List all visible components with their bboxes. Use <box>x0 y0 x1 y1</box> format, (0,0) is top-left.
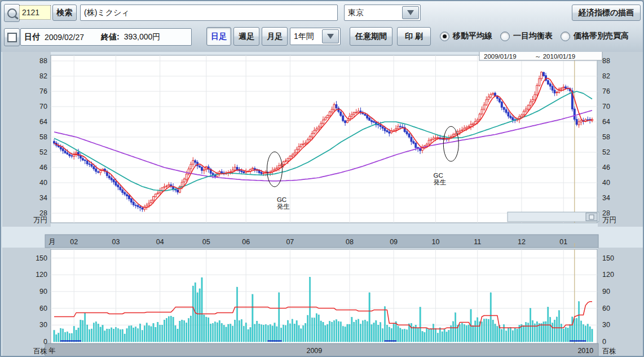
radio-moving-average-label: 移動平均線 <box>453 31 492 41</box>
svg-text:40: 40 <box>39 179 47 187</box>
svg-text:34: 34 <box>39 194 47 202</box>
date-range-box: 2009/01/19～ 2010/01/19 <box>479 52 602 60</box>
chart-canvas[interactable]: GC発生GC発生2009/01/19～ 2010/01/198888828276… <box>1 52 643 356</box>
svg-text:120: 120 <box>602 271 614 279</box>
range-selected-value: 1年間 <box>294 32 314 42</box>
quote-info-panel: 日付 2009/02/27 終値: 393,000円 <box>20 28 192 46</box>
svg-text:40: 40 <box>602 179 610 187</box>
svg-text:発生: 発生 <box>434 179 447 186</box>
svg-text:発生: 発生 <box>277 203 290 210</box>
company-name-field[interactable] <box>80 5 338 21</box>
stock-chart-window: 検索 東京 経済指標の描画 日付 2009/02/27 終値: 393,000円… <box>0 0 644 357</box>
svg-text:46: 46 <box>602 164 610 171</box>
svg-text:150: 150 <box>602 254 614 262</box>
svg-text:06: 06 <box>242 238 250 246</box>
period-weekly-button[interactable]: 週足 <box>233 27 259 46</box>
svg-text:0: 0 <box>602 338 606 346</box>
svg-text:64: 64 <box>39 118 47 126</box>
chart-scrollbar[interactable] <box>508 212 599 222</box>
svg-text:02: 02 <box>70 238 78 246</box>
svg-text:58: 58 <box>39 133 47 141</box>
search-icon-button[interactable] <box>4 4 20 22</box>
chart-area[interactable]: GC発生GC発生2009/01/19～ 2010/01/198888828276… <box>1 52 643 356</box>
svg-text:04: 04 <box>156 238 164 246</box>
chevron-down-icon <box>407 10 414 15</box>
svg-text:52: 52 <box>39 148 47 156</box>
radio-price-band-volume[interactable] <box>561 32 570 41</box>
close-value: 393,000円 <box>124 32 161 42</box>
window-mode-button[interactable] <box>4 28 20 46</box>
svg-text:2009: 2009 <box>306 347 322 355</box>
svg-text:76: 76 <box>602 87 610 95</box>
svg-text:60: 60 <box>39 305 47 312</box>
svg-text:34: 34 <box>602 194 610 202</box>
svg-text:0: 0 <box>43 338 47 346</box>
svg-text:90: 90 <box>39 288 47 296</box>
market-selected-value: 東京 <box>348 8 364 18</box>
radio-moving-average[interactable] <box>440 32 449 41</box>
svg-text:90: 90 <box>602 288 610 296</box>
svg-text:10: 10 <box>431 238 439 246</box>
svg-text:年: 年 <box>48 347 56 355</box>
svg-text:82: 82 <box>39 72 47 80</box>
svg-text:03: 03 <box>112 238 120 246</box>
svg-text:88: 88 <box>602 57 610 65</box>
print-button[interactable]: 印 刷 <box>397 27 431 46</box>
svg-text:GC: GC <box>434 172 443 179</box>
svg-text:12: 12 <box>518 238 526 246</box>
svg-text:百株: 百株 <box>602 347 616 355</box>
svg-text:30: 30 <box>602 321 610 329</box>
svg-text:82: 82 <box>602 72 610 80</box>
close-label: 終値: <box>101 32 120 42</box>
stock-code-input[interactable] <box>19 5 51 20</box>
radio-ichimoku-label: 一目均衡表 <box>513 31 553 41</box>
svg-text:2009/01/19: 2009/01/19 <box>484 53 517 60</box>
svg-text:70: 70 <box>39 103 47 111</box>
square-icon <box>7 33 17 42</box>
chart-background <box>1 52 643 356</box>
svg-text:30: 30 <box>39 321 47 329</box>
svg-text:～ 2010/01/19: ～ 2010/01/19 <box>535 53 575 60</box>
svg-text:百株: 百株 <box>33 347 47 355</box>
date-value: 2009/02/27 <box>45 33 84 42</box>
svg-text:11: 11 <box>474 238 481 246</box>
svg-text:52: 52 <box>602 148 610 156</box>
svg-text:64: 64 <box>602 118 610 126</box>
svg-text:月: 月 <box>48 238 56 246</box>
market-select[interactable]: 東京 <box>344 5 421 21</box>
svg-text:万円: 万円 <box>602 216 616 224</box>
custom-period-button[interactable]: 任意期間 <box>350 27 392 46</box>
svg-text:万円: 万円 <box>33 216 47 224</box>
range-select[interactable]: 1年間 <box>290 28 341 45</box>
svg-text:120: 120 <box>36 271 47 279</box>
svg-text:08: 08 <box>346 238 354 246</box>
period-monthly-button[interactable]: 月足 <box>262 27 288 46</box>
toolbar: 検索 東京 経済指標の描画 日付 2009/02/27 終値: 393,000円… <box>1 1 643 52</box>
period-daily-button[interactable]: 日足 <box>206 27 231 46</box>
market-dropdown-button[interactable] <box>402 6 419 19</box>
svg-text:GC: GC <box>277 196 286 203</box>
svg-text:05: 05 <box>202 238 210 246</box>
svg-text:46: 46 <box>39 164 47 171</box>
svg-text:70: 70 <box>602 103 610 111</box>
svg-text:88: 88 <box>39 57 47 65</box>
svg-text:76: 76 <box>39 87 47 95</box>
range-dropdown-button[interactable] <box>322 29 339 43</box>
svg-text:58: 58 <box>602 133 610 141</box>
svg-text:2010: 2010 <box>577 347 593 355</box>
radio-ichimoku[interactable] <box>500 32 510 41</box>
overlay-radio-group: 移動平均線 一目均衡表 価格帯別売買高 <box>440 31 629 41</box>
company-name-input[interactable] <box>84 8 334 17</box>
search-icon <box>7 8 17 18</box>
chevron-down-icon <box>327 34 334 39</box>
svg-text:150: 150 <box>36 254 47 262</box>
date-label: 日付 <box>24 32 40 42</box>
svg-text:01: 01 <box>559 238 567 246</box>
svg-text:60: 60 <box>602 305 610 312</box>
svg-text:09: 09 <box>390 238 398 246</box>
draw-econ-indicator-button[interactable]: 経済指標の描画 <box>572 5 641 21</box>
search-button[interactable]: 検索 <box>52 5 77 21</box>
svg-text:07: 07 <box>286 238 294 246</box>
radio-price-band-volume-label: 価格帯別売買高 <box>574 31 629 41</box>
